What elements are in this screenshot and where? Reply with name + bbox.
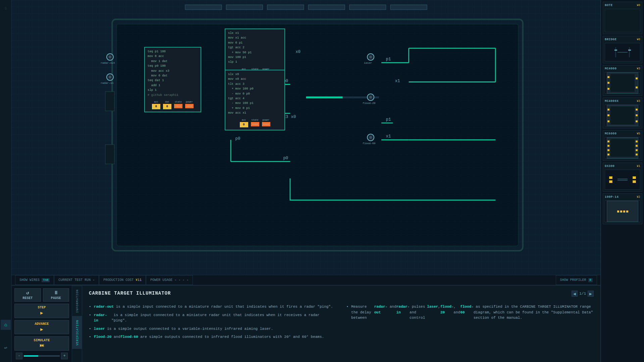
task-radar-in: radar-in [396,304,410,321]
speed-decrease-btn[interactable]: - [16,353,22,359]
speed-increase-btn[interactable]: + [61,353,68,359]
power-usage-val2: - [178,278,180,282]
component-mc4000: MC4000 ¥3 [603,65,642,96]
register-dat: dat 0 [163,100,171,110]
component-dx300: DX300 ¥1 [603,163,642,192]
port-flood-60 [367,134,374,141]
code-line: slp 1 [228,60,282,64]
speed-slider[interactable] [24,355,60,357]
code-line: tlt acc 3 [228,82,282,86]
code-line: mov 0 p1 [228,41,282,45]
simulate-button[interactable]: SIMULATE ⏭ [14,336,69,351]
current-test-run-status: CURRENT TEST RUN - [54,275,99,285]
simulate-label: SIMULATE [34,339,50,342]
port-label-flood-60: flood-60 [363,142,375,145]
port-radar-in [106,73,114,81]
100p14-cost: ¥2 [637,195,640,199]
code-line: teq p0 100 [148,64,198,68]
note-name: NOTE [605,4,613,7]
code-line: + mov 100 p0 [228,86,282,91]
info-col-left: radar-out is a simple input connected to… [89,304,336,343]
svg-text:x0: x0 [291,115,296,119]
svg-rect-6 [350,5,386,9]
home-icon[interactable]: ⌂ [1,320,11,330]
component-mc4000x: MC4000X ¥3 [603,98,642,128]
dx300-visual [605,170,640,190]
circuit-canvas[interactable]: x0 p1 p0 p1 x1 x1 p1 [12,0,600,275]
dx300-left-nodes [609,176,612,183]
tab-verification[interactable]: VERIFICATION [72,316,82,349]
svg-rect-4 [267,5,304,9]
code-line: teq dat 1 [148,78,198,83]
info-header: CARBINE TARGET ILLUMINATOR ◀ 1/1 ▶ [89,291,594,300]
port-label-laser: laser [364,61,372,64]
advance-button[interactable]: ADVANCE ▶ [14,320,69,335]
task-laser: laser [427,304,438,321]
pause-button[interactable]: ⏸ PAUSE [43,288,69,302]
code-line: tgt acc 4 [228,96,282,101]
task-radar-out: radar-out [374,304,387,321]
show-profiler-status[interactable]: SHOW PROFILER R [556,275,597,285]
code-line: slx x0 [228,72,282,77]
power-usage-val4: - [186,278,189,282]
port-laser [367,53,374,61]
port-label-radar-in: radar-in [101,81,113,84]
bridge-visual [605,43,640,61]
dx300-name: DX300 [605,165,615,168]
dx300-header: DX300 ¥1 [605,165,640,168]
reset-button[interactable]: ↺ RESET [14,288,41,302]
code-line: mov 1 dat [148,59,198,64]
pause-icon: ⏸ [54,290,58,296]
back-icon[interactable]: ↩ [1,343,11,353]
register-power-bot: power ---- [262,118,270,128]
port-label-flood-20: flood-20 [363,102,375,105]
mc4000x-cost: ¥3 [637,100,640,103]
reset-pause-row: ↺ RESET ⏸ PAUSE [14,288,69,302]
component-mc6000: MC6000 ¥5 [603,130,642,161]
radar-in-term: radar-in [94,312,112,323]
advance-icon: ▶ [40,326,43,332]
code-line: add 1 [148,83,198,88]
mc4000x-visual [605,105,640,126]
tab-information[interactable]: INFORMATION [72,286,82,316]
mc4000x-name: MC4000X [605,100,619,103]
show-wires-status[interactable]: SHOW WIRES TAB [15,275,54,285]
code-line: - mov 100 p1 [228,101,282,106]
wire-overlay: x0 p1 p0 p1 x1 x1 p1 [12,0,600,275]
svg-text:x1: x1 [395,78,400,83]
current-test-run-value: - [93,278,95,282]
bridge-header: BRIDGE ¥0 [605,38,640,41]
code-line: mov acc x3 [148,69,198,73]
note-box[interactable] [605,9,640,32]
code-line: slp 1 [148,88,198,93]
power-usage-val3: - [182,278,184,282]
dx300-cost: ¥1 [637,165,640,168]
svg-rect-39 [306,97,343,99]
code-line: tgt acc 2 [228,45,282,50]
page-prev-btn[interactable]: ◀ [572,291,578,297]
register-acc-bot: acc 0 [240,118,248,128]
svg-rect-2 [185,5,222,9]
code-line: mov 0 dat [148,73,198,78]
code-line: teq p1 100 [148,49,198,54]
code-line: mov acc x1 [228,111,282,115]
step-icon: ▶ [40,310,43,316]
page-nav: ◀ 1/1 ▶ [572,291,594,297]
pause-label: PAUSE [51,296,61,300]
production-cost-label: PRODUCTION COST [103,278,133,282]
info-item-radar-in: radar-in is a simple input connected to … [89,312,336,323]
info-title: CARBINE TARGET ILLUMINATOR [89,291,171,296]
dx300-line2 [618,180,628,181]
main-content: x0 p1 p0 p1 x1 x1 p1 [12,0,600,362]
sidebar-icon-1: S [1,3,11,13]
code-line: mov x1 acc [228,36,282,40]
port-flood-20 [367,94,374,101]
step-button[interactable]: STEP ▶ [14,304,69,318]
code-chip-main: teq p1 100 mov 0 acc mov 1 dat teq p0 10… [144,47,201,112]
svg-rect-3 [226,5,263,9]
page-next-btn[interactable]: ▶ [588,291,594,297]
reset-label: RESET [22,296,33,300]
laser-term: laser [94,326,105,332]
100p14-name: 100P-14 [605,195,619,199]
register-power: power ---- [185,100,194,110]
